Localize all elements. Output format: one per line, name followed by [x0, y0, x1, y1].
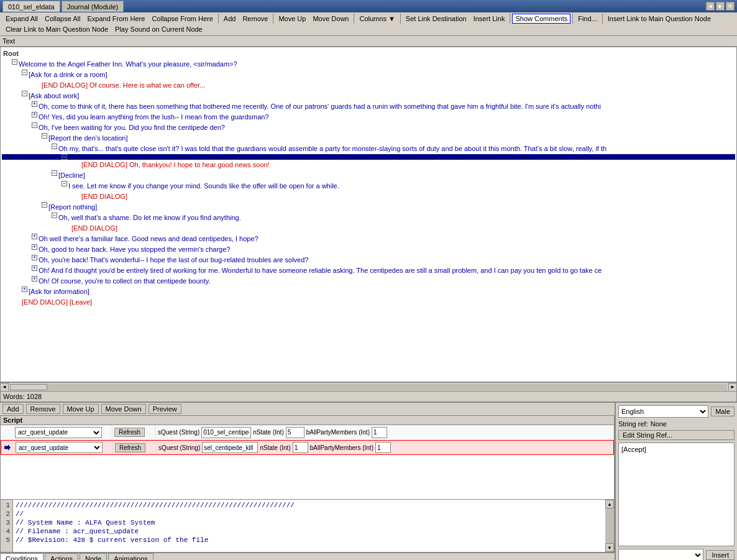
h-scroll-track[interactable] [10, 384, 727, 390]
expand-icon-15[interactable]: − [42, 202, 47, 208]
refresh-button-2[interactable]: Refresh [115, 443, 145, 452]
window-forward[interactable]: ► [716, 2, 725, 11]
expand-icon-18[interactable]: + [32, 234, 37, 239]
param-input-2-3[interactable] [375, 442, 391, 453]
tree-row-17[interactable]: [END DIALOG] [2, 223, 735, 234]
tree-row-1[interactable]: − Welcome to the Angel Feather Inn. What… [2, 59, 735, 70]
refresh-button-1[interactable]: Refresh [114, 428, 145, 437]
script-select-2[interactable]: acr_quest_update [16, 442, 103, 453]
script-add-button[interactable]: Add [2, 404, 24, 414]
expand-icon-6[interactable]: + [32, 112, 37, 117]
columns-button[interactable]: Columns ▼ [356, 14, 398, 24]
tree-row-10-selected[interactable]: − [2, 154, 735, 160]
find-button[interactable]: Find... [575, 14, 600, 24]
expand-icon-1[interactable]: − [12, 59, 17, 65]
script-row-1[interactable]: acr_quest_update Refresh sQuest (String)… [1, 425, 614, 440]
expand-all-button[interactable]: Expand All [2, 14, 41, 24]
tab-node[interactable]: Node [80, 553, 107, 560]
tree-row-9[interactable]: − Oh my, that's... that's quite close is… [2, 144, 735, 154]
param-input-1-3[interactable] [372, 427, 387, 438]
param-input-2-1[interactable] [202, 442, 258, 453]
h-scroll-thumb[interactable] [10, 384, 47, 390]
script-select-1[interactable]: acr_quest_update [15, 427, 102, 438]
expand-icon-19[interactable]: + [32, 244, 37, 250]
insert-link-main-button[interactable]: Insert Link to Main Question Node [605, 14, 714, 24]
script-name-1[interactable]: acr_quest_update [13, 426, 112, 439]
tree-container[interactable]: Root − Welcome to the Angel Feather Inn.… [1, 47, 736, 382]
script-refresh-1[interactable]: Refresh [112, 427, 156, 438]
male-button[interactable]: Male [711, 406, 735, 416]
tree-row-7[interactable]: − Oh, I've been waiting for you. Did you… [2, 122, 735, 133]
tree-row-11[interactable]: [END DIALOG] Oh, thankyou! I hope to hea… [2, 160, 735, 170]
tree-row-19[interactable]: + Oh, good to hear back. Have you stoppe… [2, 244, 735, 255]
window-back[interactable]: ◄ [706, 2, 715, 11]
tree-row-24[interactable]: [END DIALOG] [Leave] [2, 297, 735, 308]
insert-select[interactable] [618, 549, 703, 560]
tree-row-20[interactable]: + Oh, you're back! That's wonderful-- I … [2, 255, 735, 265]
insert-link-button[interactable]: Insert Link [470, 14, 508, 24]
expand-icon-7[interactable]: − [32, 122, 37, 128]
accept-text-box[interactable]: [Accept] [618, 443, 735, 546]
insert-button[interactable]: Insert [706, 550, 735, 560]
window-close[interactable]: ✕ [726, 2, 735, 11]
tree-row-14[interactable]: [END DIALOG] [2, 191, 735, 202]
v-scroll-down[interactable]: ▼ [605, 543, 614, 552]
tree-row-8[interactable]: − [Report the den's location] [2, 133, 735, 144]
v-scroll-track[interactable] [605, 508, 614, 543]
expand-icon-5[interactable]: + [32, 101, 37, 107]
set-link-destination-button[interactable]: Set Link Destination [403, 14, 470, 24]
tree-row-12[interactable]: − [Decline] [2, 170, 735, 181]
script-move-down-button[interactable]: Move Down [101, 404, 146, 414]
tree-row-2[interactable]: − [Ask for a drink or a room] [2, 70, 735, 80]
code-content[interactable]: ////////////////////////////////////////… [13, 500, 605, 552]
script-move-up-button[interactable]: Move Up [63, 404, 99, 414]
script-preview-button[interactable]: Preview [149, 404, 181, 414]
expand-icon-10[interactable]: − [62, 154, 67, 160]
scroll-right-btn[interactable]: ► [728, 383, 737, 392]
tree-row-5[interactable]: + Oh, come to think of it, there has bee… [2, 101, 735, 112]
remove-button[interactable]: Remove [239, 14, 271, 24]
tree-row-22[interactable]: + Oh! Of course, you're to collect on th… [2, 276, 735, 287]
collapse-from-here-button[interactable]: Collapse From Here [149, 14, 216, 24]
scroll-left-btn[interactable]: ◄ [0, 383, 9, 392]
tree-row-13[interactable]: − I see. Let me know if you change your … [2, 181, 735, 191]
tree-row-15[interactable]: − [Report nothing] [2, 202, 735, 213]
tab-journal[interactable]: Journal (Module) [62, 1, 124, 12]
tree-row-23[interactable]: + [Ask for information] [2, 287, 735, 297]
tree-row-21[interactable]: + Oh! And I'd thought you'd be entirely … [2, 265, 735, 276]
show-comments-button[interactable]: Show Comments [512, 14, 570, 24]
tab-animations[interactable]: Animations [108, 553, 153, 560]
script-row-2[interactable]: acr_quest_update Refresh sQuest (String)… [1, 440, 614, 455]
expand-icon-21[interactable]: + [32, 265, 37, 271]
expand-icon-23[interactable]: + [22, 287, 27, 292]
script-name-2[interactable]: acr_quest_update [14, 441, 113, 454]
tab-actions[interactable]: Actions [45, 553, 78, 560]
clear-link-button[interactable]: Clear Link to Main Question Node [2, 24, 111, 34]
v-scroll-up[interactable]: ▲ [605, 500, 614, 508]
h-scrollbar[interactable]: ◄ ► [0, 382, 737, 391]
language-select[interactable]: English [618, 405, 708, 418]
move-down-button[interactable]: Move Down [309, 14, 352, 24]
script-remove-button[interactable]: Remove [26, 404, 60, 414]
param-input-1-1[interactable] [201, 427, 251, 438]
tree-row-18[interactable]: + Oh well there's a familiar face. Good … [2, 234, 735, 244]
v-scrollbar[interactable]: ▲ ▼ [605, 500, 614, 552]
expand-icon-16[interactable]: − [52, 213, 57, 218]
expand-icon-9[interactable]: − [52, 144, 57, 149]
expand-icon-4[interactable]: − [22, 91, 27, 96]
script-refresh-2[interactable]: Refresh [113, 443, 157, 453]
param-input-1-2[interactable] [286, 427, 304, 438]
expand-icon-12[interactable]: − [52, 170, 57, 176]
expand-icon-22[interactable]: + [32, 276, 37, 282]
play-sound-button[interactable]: Play Sound on Current Node [112, 24, 206, 34]
tree-row-6[interactable]: + Oh! Yes, did you learn anything from t… [2, 112, 735, 122]
move-up-button[interactable]: Move Up [275, 14, 309, 24]
tab-conditions[interactable]: Conditions [0, 553, 43, 560]
expand-icon-20[interactable]: + [32, 255, 37, 260]
expand-from-here-button[interactable]: Expand From Here [84, 14, 148, 24]
param-input-2-2[interactable] [293, 442, 308, 453]
tab-sel-eldata[interactable]: 010_sel_eldata [2, 1, 60, 12]
edit-string-ref-button[interactable]: Edit String Ref... [618, 430, 735, 440]
tree-row-16[interactable]: − Oh, well that's a shame. Do let me kno… [2, 213, 735, 223]
expand-icon-2[interactable]: − [22, 70, 27, 75]
